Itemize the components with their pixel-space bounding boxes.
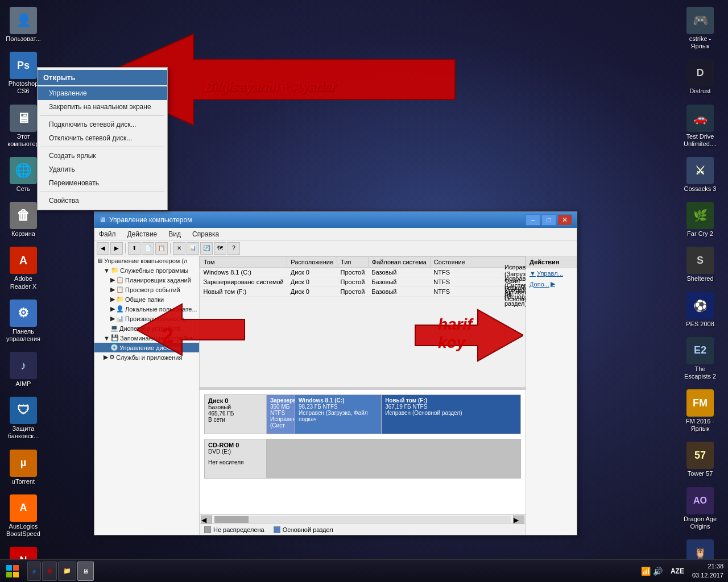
cell-volume: Новый том (F:) xyxy=(200,287,287,297)
cm-tool-back[interactable]: ◀ xyxy=(97,242,109,255)
desktop-icon-tower57[interactable]: 57 Tower 57 xyxy=(679,439,721,480)
taskbar-start-button[interactable] xyxy=(0,560,25,583)
cm-menu-action[interactable]: Действие xyxy=(125,229,160,239)
desktop-icon-ao[interactable]: AO Dragon Age Origins xyxy=(679,485,721,533)
cm-col-status[interactable]: Состояние xyxy=(430,257,525,268)
cm-disk-pane: Диск 0 Базовый 465,76 ГБ В сети Зарезерв… xyxy=(200,389,526,514)
part-newvol-size: 367,19 ГБ NTFS xyxy=(385,404,517,410)
cm-col-volume[interactable]: Том xyxy=(200,257,287,268)
context-menu-item-rename[interactable]: Переименовать xyxy=(38,176,167,190)
desktop-icon-user[interactable]: 👤 Пользоват... xyxy=(2,5,44,45)
cm-col-type[interactable]: Тип xyxy=(337,257,369,268)
cm-close-button[interactable]: ✕ xyxy=(557,214,572,226)
cm-tree-storage[interactable]: ▼ 💾 Запоминающие устройст... xyxy=(94,333,199,343)
cell-sub: Базовый xyxy=(368,287,430,297)
cm-menu-help[interactable]: Справка xyxy=(190,229,221,239)
cm-tool-help[interactable]: ? xyxy=(228,242,240,255)
cm-tool-forward[interactable]: ▶ xyxy=(110,242,123,255)
desktop-icon-fm[interactable]: FM FM 2016 - Ярлык xyxy=(679,387,721,435)
cm-tree-services-icon: 📁 xyxy=(111,267,119,274)
desktop-icon-shield[interactable]: 🛡 Защита банковск... xyxy=(2,394,44,442)
cm-tool-map[interactable]: 🗺 xyxy=(214,242,226,255)
context-menu-item-pin[interactable]: Закрепить на начальном экране xyxy=(38,100,167,114)
cm-tree-scheduler[interactable]: ▶ 📋 Планировщик заданий xyxy=(94,275,199,285)
context-menu-item-disconnect[interactable]: Отключить сетевой диск... xyxy=(38,131,167,145)
cm-menu-file[interactable]: Файл xyxy=(97,229,118,239)
cm-tool-show[interactable]: 📄 xyxy=(142,242,154,255)
desktop-icon-adobe[interactable]: A Adobe Reader X xyxy=(2,244,44,292)
disk-part-reserved[interactable]: Зарезервирова 350 МБ NTFS Исправен (Сист xyxy=(267,395,295,434)
scroll-thumb[interactable] xyxy=(214,516,249,523)
context-menu-item-delete[interactable]: Удалить xyxy=(38,163,167,176)
cm-scrollbar-h[interactable]: ◀ ▶ xyxy=(200,514,526,523)
context-menu-item-netdrive[interactable]: Подключить сетевой диск... xyxy=(38,118,167,131)
scroll-left[interactable]: ◀ xyxy=(201,516,212,523)
table-row[interactable]: Зарезервировано системой Диск 0 Простой … xyxy=(200,277,526,287)
cm-content: Том Расположение Тип Файловая система Со… xyxy=(200,256,526,535)
annotation-text-1: Bilgisayarım + Ayarlar xyxy=(205,80,336,94)
cm-maximize-button[interactable]: □ xyxy=(541,214,556,226)
taskbar-clock[interactable]: 21:38 03.12.2017 xyxy=(688,562,728,580)
desktop-icon-distrust[interactable]: D Distrust xyxy=(679,57,721,97)
context-menu-item-manage[interactable]: Управление xyxy=(38,86,167,100)
cm-tool-up[interactable]: ⬆ xyxy=(128,242,140,255)
desktop-icon-farcry[interactable]: 🌿 Far Cry 2 xyxy=(679,199,721,240)
cm-tree-events[interactable]: ▶ 📋 Просмотр событий xyxy=(94,285,199,294)
table-row[interactable]: Windows 8.1 (C:) Диск 0 Простой Базовый … xyxy=(200,268,526,277)
tray-icon-volume[interactable]: 🔊 xyxy=(653,567,663,576)
context-menu-item-shortcut[interactable]: Создать ярлык xyxy=(38,149,167,163)
disk-part-cdrom[interactable] xyxy=(267,439,520,478)
taskbar-item-explorer[interactable]: 📁 xyxy=(58,562,76,581)
cm-tree-services[interactable]: ▼ 📁 Служебные программы xyxy=(94,265,199,275)
desktop-icon-escapists[interactable]: E2 The Escapists 2 xyxy=(679,335,721,383)
tray-icon-network[interactable]: 📶 xyxy=(641,567,651,576)
desktop-icon-utorrent[interactable]: µ uTorrent xyxy=(2,447,44,488)
cm-tree-devmgr[interactable]: 💻 Диспетчер устройств xyxy=(94,323,199,333)
desktop-icon-pes[interactable]: ⚽ PES 2008 xyxy=(679,290,721,330)
desktop-icon-cossacks[interactable]: ⚔ Cossacks 3 xyxy=(679,155,721,195)
context-menu-item-properties[interactable]: Свойства xyxy=(38,194,167,207)
taskbar-date: 03.12.2017 xyxy=(692,571,723,580)
cm-tree-root[interactable]: 🖥 Управление компьютером (л xyxy=(94,256,199,265)
cm-tree-users[interactable]: ▶ 👤 Локальные пользовате... xyxy=(94,304,199,314)
disk-part-newvol[interactable]: Новый том (F:) 367,19 ГБ NTFS Исправен (… xyxy=(382,395,520,434)
scroll-track[interactable] xyxy=(214,516,511,523)
cm-action-more[interactable]: Допо... ▶ xyxy=(526,278,577,289)
desktop-icon-aimp[interactable]: ♪ AIMP xyxy=(2,350,44,390)
cell-loc: Диск 0 xyxy=(287,277,337,287)
cm-tree-svc[interactable]: ▶ ⚙ Службы и приложения xyxy=(94,352,199,362)
cm-tool-refresh[interactable]: 🔄 xyxy=(200,242,213,255)
desktop-icon-cstrike[interactable]: 🎮 cstrike - Ярлык xyxy=(679,5,721,52)
cm-tree-perf[interactable]: ▶ 📊 Производительность xyxy=(94,314,199,323)
table-row[interactable]: Новый том (F:) Диск 0 Простой Базовый NT… xyxy=(200,287,526,297)
cm-tree-diskmgr[interactable]: 💿 Управление дисками xyxy=(94,343,199,352)
taskbar-item-ie[interactable]: e xyxy=(27,562,41,581)
cm-tree-folders[interactable]: ▶ 📁 Общие папки xyxy=(94,294,199,304)
cm-tree-events-label: Просмотр событий xyxy=(125,286,180,293)
desktop-icon-tdu[interactable]: 🚗 Test Drive Unlimited.... xyxy=(679,102,721,150)
cell-volume: Windows 8.1 (C:) xyxy=(200,268,287,277)
part-newvol-name: Новый том (F:) xyxy=(385,397,517,404)
taskbar-item-cm[interactable]: 🖥 xyxy=(77,562,94,581)
cm-action-manage[interactable]: ▼ Управл... xyxy=(526,268,577,278)
desktop-icon-sheltered[interactable]: S Sheltered xyxy=(679,244,721,285)
desktop-icon-panel[interactable]: ⚙ Панель управления xyxy=(2,297,44,345)
disk-part-windows[interactable]: Windows 8.1 (C:) 98,23 ГБ NTFS Исправен … xyxy=(295,395,382,434)
legend-unallocated-box xyxy=(204,526,211,533)
cm-volume-table: Том Расположение Тип Файловая система Со… xyxy=(200,256,526,297)
cm-tool-delete[interactable]: ✕ xyxy=(173,242,185,255)
cm-minimize-button[interactable]: – xyxy=(526,214,540,226)
cm-menu-view[interactable]: Вид xyxy=(166,229,183,239)
scroll-right[interactable]: ▶ xyxy=(513,516,524,523)
svg-rect-6 xyxy=(6,565,12,571)
cdrom-0-item: CD-ROM 0 DVD (E:) Нет носителя xyxy=(204,439,521,479)
cm-tree-events-icon: 📋 xyxy=(116,286,124,293)
cm-col-fs[interactable]: Файловая система xyxy=(368,257,430,268)
desktop-icon-auslogics[interactable]: A AusLogics BoostSpeed xyxy=(2,492,44,540)
cm-tool-btn3[interactable]: 📋 xyxy=(155,242,168,255)
cm-top-pane: Том Расположение Тип Файловая система Со… xyxy=(200,256,526,387)
taskbar-item-yandex[interactable]: Я xyxy=(42,562,57,581)
taskbar-lang[interactable]: AZE xyxy=(667,567,688,575)
cm-col-location[interactable]: Расположение xyxy=(287,257,337,268)
cm-tool-prop[interactable]: 📊 xyxy=(187,242,199,255)
